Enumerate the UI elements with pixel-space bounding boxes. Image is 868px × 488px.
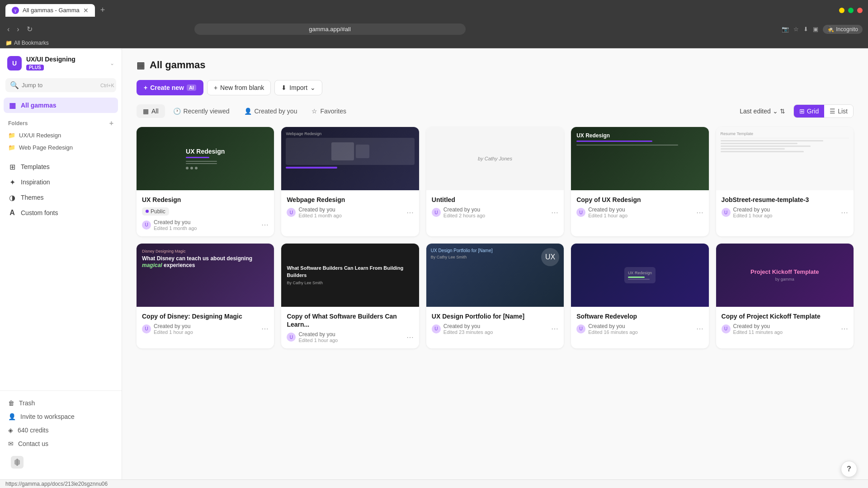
gamma-card-disney[interactable]: Disney Designing Magic What Disney can t… (137, 244, 274, 348)
sidebar-chevron-icon[interactable]: ⌄ (110, 60, 114, 66)
list-view-button[interactable]: ☰ List (824, 105, 853, 117)
filter-tab-all[interactable]: ▦ All (137, 104, 165, 118)
card-title: UX Design Portfolio for [Name] (432, 312, 558, 320)
new-tab-button[interactable]: + (97, 4, 109, 17)
themes-icon: ◑ (8, 193, 16, 202)
help-button[interactable]: ? (841, 461, 857, 477)
sidebar-item-inspiration[interactable]: ✦ Inspiration (4, 174, 118, 190)
card-more-button[interactable]: ⋯ (261, 324, 269, 333)
minimize-button[interactable] (839, 8, 844, 13)
back-button[interactable]: ‹ (5, 23, 11, 35)
credits-icon: ◈ (8, 427, 13, 434)
page-header: ▦ All gammas (137, 59, 854, 71)
create-new-button[interactable]: + Create new AI (137, 80, 203, 95)
status-bar: https://gamma.app/docs/213ie20sgznnu06 (0, 479, 868, 488)
filter-tab-favorites[interactable]: ☆ Favorites (305, 104, 353, 118)
forward-button[interactable]: › (15, 23, 21, 35)
card-body: JobStreet-resume-template-3 U Created by… (716, 190, 854, 224)
card-more-button[interactable]: ⋯ (841, 324, 848, 333)
gamma-card-webpage-redesign[interactable]: Webpage Redesign Webpage Redesign U (281, 127, 419, 236)
card-more-button[interactable]: ⋯ (551, 324, 558, 333)
author-name: Created by you (588, 323, 637, 329)
gamma-card-software-builders[interactable]: What Software Builders Can Learn From Bu… (281, 244, 419, 348)
card-edited: Edited 1 month ago (298, 213, 341, 218)
address-bar[interactable] (194, 23, 466, 35)
card-more-button[interactable]: ⋯ (406, 208, 414, 217)
grid-view-button[interactable]: ⊞ Grid (794, 105, 824, 117)
author-avatar: U (142, 221, 151, 230)
filter-tab-recently-viewed[interactable]: 🕐 Recently viewed (167, 104, 236, 118)
gamma-card-untitled[interactable]: by Cathy Jones Untitled U Created by you… (426, 127, 564, 236)
card-edited: Edited 1 hour ago (733, 213, 773, 218)
reload-button[interactable]: ↻ (25, 23, 34, 35)
create-new-label: Create new (150, 84, 184, 91)
card-meta: U Created by you Edited 1 month ago ⋯ (142, 219, 269, 231)
card-more-button[interactable]: ⋯ (696, 208, 703, 217)
footer-item-contact[interactable]: ✉ Contact us (4, 437, 118, 450)
grid-label: Grid (807, 108, 819, 115)
author-name: Created by you (443, 323, 493, 329)
author-avatar: U (576, 208, 585, 217)
author-avatar: U (722, 208, 731, 217)
active-tab[interactable]: γ All gammas - Gamma ✕ (5, 4, 95, 17)
gamma-card-project-kickoff[interactable]: Project Kickoff Template by gamma Copy o… (716, 244, 854, 348)
gamma-card-ux-portfolio[interactable]: UX Design Portfolio for [Name] By Cathy … (426, 244, 564, 348)
card-meta: U Created by you Edited 1 month ago ⋯ (287, 206, 413, 218)
sidebar-search[interactable]: 🔍 Ctrl+K (5, 78, 116, 92)
card-body: Copy of UX Redesign U Created by you Edi… (571, 190, 708, 224)
folder-item-ux-ui-redesign[interactable]: 📁 UX/UI Redesign (0, 129, 122, 141)
card-title: Copy of UX Redesign (576, 196, 703, 204)
workspace-name: UX/UI Designing (26, 56, 105, 63)
card-preview-ux-redesign: UX Redesign (137, 127, 274, 190)
gamma-card-copy-ux-redesign[interactable]: UX Redesign Copy of UX Redesign U Create… (571, 127, 708, 236)
card-author: U Created by you Edited 1 hour ago (287, 331, 338, 343)
card-meta: U Created by you Edited 1 hour ago ⋯ (287, 331, 413, 343)
plus-icon: + (144, 84, 147, 91)
card-more-button[interactable]: ⋯ (696, 324, 703, 333)
device-icon[interactable]: ▣ (813, 26, 818, 33)
card-badge: Public (142, 207, 169, 216)
gamma-card-jobstreet[interactable]: Resume Template JobStreet-resume-templat… (716, 127, 854, 236)
author-avatar: U (287, 208, 296, 217)
card-title: Copy of Project Kickoff Template (722, 312, 848, 320)
gamma-card-ux-redesign[interactable]: UX Redesign UX Redesign (137, 127, 274, 236)
sort-label: Last edited (740, 108, 771, 115)
workspace-info: UX/UI Designing PLUS (26, 56, 105, 71)
folder-item-web-page-redesign[interactable]: 📁 Web Page Redesign (0, 141, 122, 154)
card-body: Copy of What Software Builders Can Learn… (281, 307, 419, 348)
footer-item-trash[interactable]: 🗑 Trash (4, 396, 118, 410)
sidebar-item-custom-fonts[interactable]: A Custom fonts (4, 205, 118, 221)
filter-actions: Last edited ⌄ ⇅ ⊞ Grid ☰ List (735, 104, 854, 118)
sidebar-nav: ▦ All gammas (0, 96, 122, 115)
filter-tab-created-by-you[interactable]: 👤 Created by you (238, 104, 304, 118)
sidebar-item-all-gammas[interactable]: ▦ All gammas (4, 98, 118, 113)
card-preview-disney: Disney Designing Magic What Disney can t… (137, 244, 274, 307)
close-window-button[interactable] (857, 8, 863, 13)
card-edited: Edited 11 minutes ago (733, 329, 783, 335)
import-button[interactable]: ⬇ Import ⌄ (274, 80, 322, 95)
author-avatar: U (432, 324, 441, 333)
star-icon: ☆ (311, 108, 317, 115)
maximize-button[interactable] (848, 8, 854, 13)
import-label: Import (289, 84, 307, 91)
sidebar-item-themes[interactable]: ◑ Themes (4, 190, 118, 205)
download-icon[interactable]: ⬇ (803, 26, 808, 33)
search-input[interactable] (22, 82, 98, 89)
new-from-blank-label: New from blank (220, 84, 264, 91)
footer-item-credits[interactable]: ◈ 640 credits (4, 423, 118, 437)
footer-item-invite[interactable]: 👤 Invite to workspace (4, 410, 118, 423)
card-more-button[interactable]: ⋯ (841, 208, 848, 217)
gamma-card-software-redevelop[interactable]: UX Redesign Software Redevelop U Created… (571, 244, 708, 348)
bookmark-icon[interactable]: ☆ (793, 26, 799, 33)
new-from-blank-button[interactable]: + New from blank (207, 80, 271, 95)
add-folder-button[interactable]: + (109, 119, 113, 127)
close-tab-button[interactable]: ✕ (83, 7, 89, 14)
card-more-button[interactable]: ⋯ (406, 333, 414, 342)
sidebar-item-templates[interactable]: ⊞ Templates (4, 159, 118, 174)
new-blank-plus-icon: + (214, 84, 217, 91)
card-author: U Created by you Edited 1 hour ago (576, 206, 627, 218)
card-more-button[interactable]: ⋯ (261, 221, 269, 229)
card-author: U Created by you Edited 1 hour ago (722, 206, 773, 218)
sort-button[interactable]: Last edited ⌄ ⇅ (735, 105, 790, 117)
card-more-button[interactable]: ⋯ (551, 208, 558, 217)
